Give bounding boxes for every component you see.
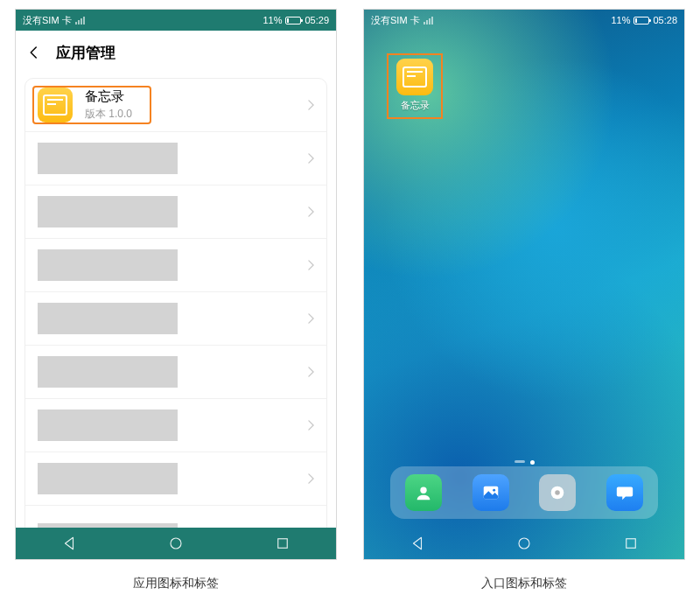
memo-app-icon xyxy=(38,88,73,122)
dock-settings[interactable] xyxy=(539,474,576,511)
svg-point-4 xyxy=(493,489,495,492)
app-row-memo[interactable]: 备忘录 版本 1.0.0 xyxy=(25,79,326,131)
app-row-placeholder[interactable] xyxy=(25,505,326,528)
home-app-label: 备忘录 xyxy=(401,99,430,112)
app-row-placeholder[interactable] xyxy=(25,185,326,238)
signal-icon xyxy=(424,17,433,24)
battery-pct: 11% xyxy=(262,15,282,25)
contacts-icon xyxy=(414,483,433,502)
nav-home-icon[interactable] xyxy=(168,536,184,551)
gallery-icon xyxy=(481,483,500,502)
chevron-right-icon xyxy=(308,420,314,430)
placeholder-block xyxy=(38,196,178,228)
nav-home-icon[interactable] xyxy=(516,536,532,551)
back-icon[interactable] xyxy=(26,45,42,60)
chevron-right-icon xyxy=(308,473,314,484)
placeholder-block xyxy=(38,303,178,334)
nav-bar xyxy=(16,528,336,559)
svg-point-6 xyxy=(556,490,561,495)
app-row-placeholder[interactable] xyxy=(25,345,326,398)
svg-point-0 xyxy=(171,538,181,549)
app-row-placeholder[interactable] xyxy=(25,238,326,291)
app-row-placeholder[interactable] xyxy=(25,131,326,185)
nav-back-icon[interactable] xyxy=(61,536,77,551)
svg-rect-1 xyxy=(278,539,288,549)
chevron-right-icon xyxy=(308,153,314,164)
placeholder-block xyxy=(38,356,178,388)
placeholder-block xyxy=(38,463,178,494)
sim-status: 没有SIM 卡 xyxy=(371,14,420,27)
memo-app-icon xyxy=(396,59,433,95)
status-time: 05:28 xyxy=(653,15,677,25)
svg-rect-8 xyxy=(626,539,636,549)
gear-icon xyxy=(548,483,567,502)
app-list: 备忘录 版本 1.0.0 xyxy=(16,74,336,528)
battery-icon xyxy=(285,17,301,24)
dock-messages[interactable] xyxy=(606,474,643,511)
app-row-placeholder[interactable] xyxy=(25,291,326,345)
nav-recent-icon[interactable] xyxy=(275,536,290,551)
app-row-placeholder[interactable] xyxy=(25,398,326,452)
svg-point-7 xyxy=(519,538,529,549)
status-bar: 没有SIM 卡 11% 05:28 xyxy=(364,10,684,31)
app-bar: 应用管理 xyxy=(16,31,336,74)
page-title: 应用管理 xyxy=(56,43,116,63)
chevron-right-icon xyxy=(308,313,314,324)
caption-left: 应用图标和标签 xyxy=(133,576,219,592)
page-indicator xyxy=(364,460,684,465)
nav-recent-icon[interactable] xyxy=(623,536,639,551)
dock xyxy=(390,466,658,519)
battery-icon xyxy=(634,17,649,24)
app-version-label: 版本 1.0.0 xyxy=(85,107,132,122)
phone-app-management: 没有SIM 卡 11% 05:29 应用管理 xyxy=(15,9,337,560)
phone-home-screen: 没有SIM 卡 11% 05:28 备忘录 xyxy=(363,9,685,560)
sim-status: 没有SIM 卡 xyxy=(23,14,72,27)
dock-contacts[interactable] xyxy=(405,474,442,511)
chevron-right-icon xyxy=(308,367,314,377)
dock-gallery[interactable] xyxy=(472,474,509,511)
status-bar: 没有SIM 卡 11% 05:29 xyxy=(16,10,336,31)
status-time: 05:29 xyxy=(304,15,329,25)
chevron-right-icon xyxy=(308,206,314,217)
placeholder-block xyxy=(38,143,178,174)
app-name-label: 备忘录 xyxy=(85,88,132,105)
app-card: 备忘录 版本 1.0.0 xyxy=(24,78,327,528)
placeholder-block xyxy=(38,523,178,528)
nav-bar xyxy=(364,528,684,559)
nav-back-icon[interactable] xyxy=(410,536,425,551)
placeholder-block xyxy=(38,410,178,441)
placeholder-block xyxy=(38,249,178,281)
home-app-memo[interactable]: 备忘录 xyxy=(387,53,443,119)
chevron-right-icon xyxy=(308,100,314,110)
app-row-placeholder[interactable] xyxy=(25,452,326,505)
battery-pct: 11% xyxy=(611,15,630,25)
home-grid[interactable]: 备忘录 xyxy=(364,10,684,559)
svg-point-2 xyxy=(421,487,427,494)
messages-icon xyxy=(615,483,634,502)
signal-icon xyxy=(75,17,85,24)
chevron-right-icon xyxy=(308,260,314,270)
caption-right: 入口图标和标签 xyxy=(481,576,567,592)
